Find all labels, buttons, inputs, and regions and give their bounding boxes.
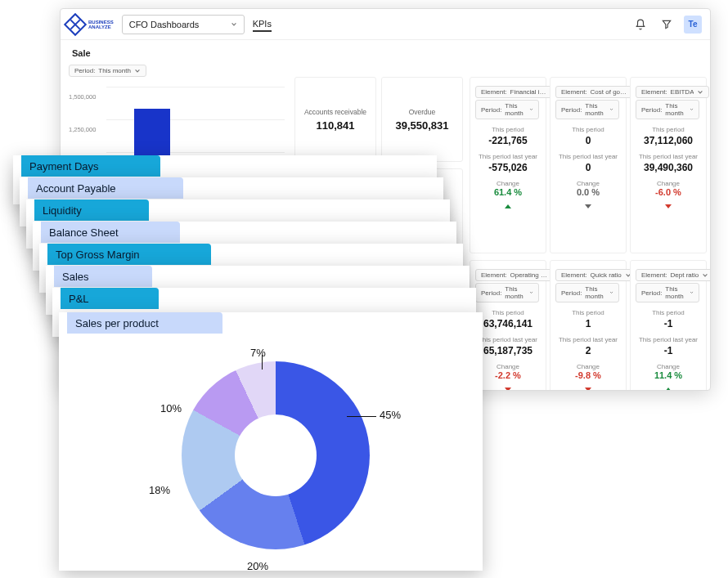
period-label: Period: <box>74 67 95 74</box>
tab-label: Top Gross Margin <box>56 249 140 261</box>
trend-up-icon <box>665 388 672 391</box>
period-pill[interactable]: Period: This month <box>475 100 539 119</box>
period-pill[interactable]: Period: This month <box>636 283 699 302</box>
slice-label-45: 45% <box>380 409 401 421</box>
leader-line <box>347 416 376 417</box>
tab-label: Balance Sheet <box>49 226 119 239</box>
brand-text-2: ANALYZE <box>88 25 114 29</box>
page-title: Sale <box>72 48 702 58</box>
tab-label: Sales <box>62 271 89 283</box>
period-pill[interactable]: Period: This month <box>475 283 539 302</box>
y-tick: 1,500,000 <box>69 93 96 101</box>
kpi-card: Element: Financial incomePeriod: This mo… <box>470 77 546 253</box>
slice-label-10: 10% <box>160 402 182 414</box>
tab-label: Account Payable <box>36 182 116 195</box>
element-pill[interactable]: Element: EBITDA <box>636 86 709 98</box>
tab[interactable]: Sales <box>54 266 152 287</box>
tab-label: Payment Days <box>29 160 99 173</box>
period-pill[interactable]: Period: This month <box>555 100 619 119</box>
brand-logo: BUSINESS ANALYZE <box>67 16 114 33</box>
metric-accounts-receivable: Accounts receivable 110,841 <box>294 77 376 162</box>
metric-label: Accounts receivable <box>304 108 366 116</box>
metric-value: 110,841 <box>317 119 355 132</box>
trend-down-icon <box>585 388 591 391</box>
bell-icon[interactable] <box>631 16 649 34</box>
metric-overdue-1: Overdue 39,550,831 <box>381 77 463 162</box>
metric-value: 39,550,831 <box>395 119 448 132</box>
tab-label: Liquidity <box>43 204 82 217</box>
trend-down-icon <box>665 204 672 208</box>
kpi-card: Element: Cost of goods soldPeriod: This … <box>550 77 627 253</box>
slice-label-7: 7% <box>250 347 266 359</box>
avatar[interactable]: Te <box>684 16 702 34</box>
trend-up-icon <box>505 204 511 208</box>
slice-label-20: 20% <box>247 560 268 572</box>
trend-down-icon <box>505 388 511 391</box>
nav-kpis[interactable]: KPIs <box>253 17 272 32</box>
filter-icon[interactable] <box>658 16 676 34</box>
dashboard-header: BUSINESS ANALYZE CFO Dashboards KPIs Te <box>61 9 710 40</box>
tab[interactable]: Account Payable <box>28 177 183 199</box>
tab[interactable]: Liquidity <box>34 199 149 221</box>
kpi-card: Element: Quick ratioPeriod: This monthTh… <box>550 260 627 391</box>
donut-chart: 45% 20% 18% 10% 7% <box>165 353 386 574</box>
element-pill[interactable]: Element: Dept ratio <box>636 269 711 281</box>
leader-line <box>262 355 263 370</box>
donut-hole <box>235 414 317 496</box>
period-value: This month <box>98 67 131 74</box>
tab-label: Sales per product <box>75 317 159 329</box>
metric-label: Overdue <box>409 108 436 116</box>
logo-icon <box>64 12 87 35</box>
tab[interactable]: Top Gross Margin <box>47 244 211 265</box>
chevron-down-icon <box>134 68 141 74</box>
y-tick: 1,250,000 <box>69 126 96 133</box>
tab-label: P&L <box>69 293 89 305</box>
period-pill[interactable]: Period: This month <box>555 283 619 302</box>
tab[interactable]: Payment Days <box>21 155 160 177</box>
tab[interactable]: Balance Sheet <box>41 222 180 243</box>
dashboard-selector[interactable]: CFO Dashboards <box>122 15 245 34</box>
period-pill[interactable]: Period: This month <box>69 65 146 77</box>
brand-text-1: BUSINESS <box>88 20 114 25</box>
trend-down-icon <box>585 204 591 208</box>
tab[interactable]: P&L <box>61 288 159 309</box>
sheet-sales-per-product[interactable]: Sales per product 45% 20% 18% 10% 7% <box>59 312 483 571</box>
sheet-stack: Payment DaysAccount PayableLiquidityBala… <box>13 155 437 572</box>
kpi-card: Element: Dept ratioPeriod: This monthThi… <box>630 260 707 391</box>
chevron-down-icon <box>231 21 237 28</box>
slice-label-18: 18% <box>149 484 170 496</box>
tab-sales-per-product[interactable]: Sales per product <box>67 312 222 334</box>
dashboard-selector-label: CFO Dashboards <box>129 20 200 29</box>
element-pill[interactable]: Element: Quick ratio <box>555 269 637 281</box>
kpi-card: Element: EBITDAPeriod: This monthThis pe… <box>630 77 707 253</box>
period-pill[interactable]: Period: This month <box>636 100 699 119</box>
